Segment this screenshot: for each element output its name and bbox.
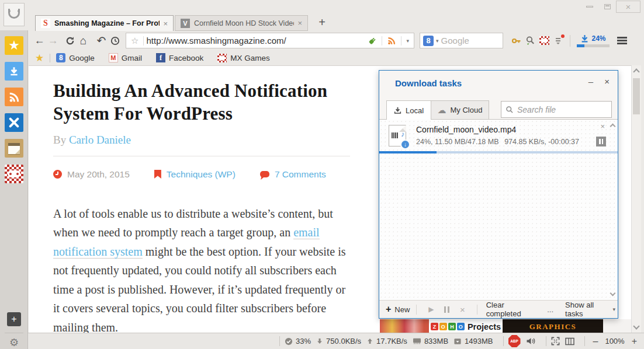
tab-close-icon[interactable]: ×	[297, 19, 302, 27]
file-search-box[interactable]	[501, 101, 612, 118]
smashing-favicon-icon: S	[41, 19, 50, 28]
item-pause-button[interactable]	[596, 137, 606, 146]
notifications-dropdown-button[interactable]	[551, 34, 565, 48]
google-search-logo-icon[interactable]: 8	[423, 36, 434, 46]
sidebar-notes-button[interactable]	[5, 139, 23, 158]
tab-smashing-magazine[interactable]: S Smashing Magazine – For Profe... ×	[35, 15, 174, 31]
sidebar-tools-button[interactable]	[5, 113, 23, 132]
fullscreen-button[interactable]	[551, 337, 560, 345]
adblock-plus-icon[interactable]: ABP	[508, 335, 521, 347]
sidebar-add-button[interactable]: +	[7, 312, 21, 326]
ad-photo-image[interactable]	[380, 319, 429, 333]
sidebar-favorites-button[interactable]: ★	[5, 36, 23, 55]
zoom-out-button[interactable]: –	[590, 336, 602, 347]
rss-subscribe-button[interactable]	[385, 34, 399, 48]
url-input[interactable]	[146, 36, 365, 46]
search-box[interactable]: 8 ▾	[420, 33, 503, 48]
cpu-circle-icon	[285, 337, 293, 345]
download-item[interactable]: ♪ ↓ Cornfield_moon_video.mp4 24%, 11.50 …	[379, 120, 618, 155]
address-bar[interactable]: ☆ ▾	[126, 33, 414, 48]
sniffer-plug-icon	[368, 36, 377, 46]
category-link[interactable]: Techniques (WP)	[167, 169, 236, 180]
split-view-button[interactable]	[565, 337, 574, 345]
bookmark-page-star-icon[interactable]: ☆	[129, 36, 141, 46]
up-arrow-icon	[366, 337, 373, 345]
memory-indicator[interactable]: 833MB	[413, 337, 448, 345]
mx-games-button[interactable]	[537, 34, 551, 48]
cache-box-icon	[453, 338, 462, 345]
notepad-icon	[8, 143, 20, 154]
settings-gear-icon[interactable]: ⚙	[0, 336, 28, 349]
tab-label: My Cloud	[451, 106, 483, 114]
sound-button[interactable]	[526, 337, 536, 345]
clear-completed-button[interactable]: Clear completed	[486, 301, 536, 318]
maxthon-logo[interactable]	[4, 3, 25, 26]
scroll-down-icon[interactable]	[633, 323, 639, 329]
cache-indicator[interactable]: 1493MB	[453, 337, 493, 345]
rss-icon	[9, 92, 20, 103]
tab-label: Local	[406, 106, 424, 115]
sidebar-games-button[interactable]	[5, 165, 23, 183]
resume-button[interactable]: ▶	[428, 305, 434, 313]
window-close-button[interactable]: ×	[616, 1, 640, 13]
item-close-icon[interactable]: ×	[600, 122, 605, 131]
comments-link[interactable]: 7 Comments	[275, 169, 326, 180]
favorites-star-icon[interactable]: ★	[35, 52, 44, 64]
bookmark-facebook[interactable]: f Facebook	[156, 53, 203, 62]
page-scrollbar[interactable]	[631, 65, 641, 333]
graphics-ad[interactable]: GRAPHICS	[503, 319, 603, 333]
back-button[interactable]: ←	[33, 34, 46, 48]
undo-button[interactable]: ↶	[95, 34, 108, 48]
zoho-letter-tile: O	[439, 323, 447, 330]
bookmark-label: Gmail	[122, 54, 142, 62]
zoho-letter-tile: O	[457, 323, 465, 330]
search-highlight-button[interactable]	[523, 34, 537, 48]
more-options-button[interactable]: ...	[547, 305, 553, 314]
search-engine-caret-icon[interactable]: ▾	[434, 38, 441, 44]
new-tab-button[interactable]: +	[316, 16, 328, 29]
search-input[interactable]	[441, 36, 500, 46]
gamepad-icon	[8, 170, 20, 177]
list-scroll-down-icon[interactable]	[610, 291, 616, 296]
bookmark-google[interactable]: 8 Google	[56, 53, 95, 62]
tab-cornfield-video[interactable]: V Cornfield Moon HD Stock Video ... ×	[175, 15, 308, 31]
upload-speed-indicator[interactable]: 17.7KB/s	[366, 337, 407, 345]
window-maximize-button[interactable]	[598, 1, 616, 13]
forward-button[interactable]: →	[46, 34, 60, 48]
home-button[interactable]: ⌂	[77, 34, 90, 48]
bookmark-mx-games[interactable]: MX Games	[217, 53, 270, 62]
down-arrow-icon	[316, 337, 323, 345]
show-all-tasks-button[interactable]: Show all tasks ▾	[565, 301, 618, 318]
scroll-up-icon[interactable]	[633, 68, 639, 75]
address-dropdown-caret-icon[interactable]: ▾	[404, 38, 411, 44]
resource-sniffer-button[interactable]	[365, 34, 379, 48]
scrollbar-thumb[interactable]	[633, 78, 640, 114]
zoho-projects-ad[interactable]: Z O H O Projects	[429, 319, 503, 333]
bookmark-label: Facebook	[169, 54, 203, 62]
panel-close-button[interactable]: ×	[604, 76, 610, 86]
download-speed-indicator[interactable]: 750.0KB/s	[316, 337, 361, 345]
tab-local[interactable]: Local	[386, 100, 431, 120]
download-indicator-button[interactable]: 24%	[575, 34, 611, 47]
panel-minimize-button[interactable]: –	[588, 76, 593, 86]
history-button[interactable]	[108, 34, 122, 48]
rss-icon	[387, 36, 396, 45]
file-search-input[interactable]	[517, 105, 607, 114]
main-menu-button[interactable]	[615, 34, 629, 48]
sidebar-rss-button[interactable]	[5, 88, 23, 106]
tab-my-cloud[interactable]: ☁ My Cloud	[431, 100, 489, 120]
sidebar-downloads-button[interactable]	[5, 62, 23, 81]
zoom-in-button[interactable]: +	[628, 336, 640, 347]
password-manager-button[interactable]	[509, 34, 523, 48]
bookmark-gmail[interactable]: M Gmail	[109, 53, 142, 62]
window-minimize-button[interactable]	[581, 1, 598, 13]
tab-close-icon[interactable]: ×	[163, 19, 168, 28]
cpu-usage-indicator[interactable]: 33%	[285, 337, 311, 345]
new-task-button[interactable]: + New	[386, 304, 410, 315]
refresh-button[interactable]	[63, 34, 77, 48]
maximize-icon	[604, 4, 611, 9]
pause-button[interactable]	[444, 306, 449, 313]
smiley-icon	[4, 4, 24, 26]
author-link[interactable]: Carlo Daniele	[69, 134, 131, 146]
cancel-button[interactable]: ×	[460, 305, 465, 315]
